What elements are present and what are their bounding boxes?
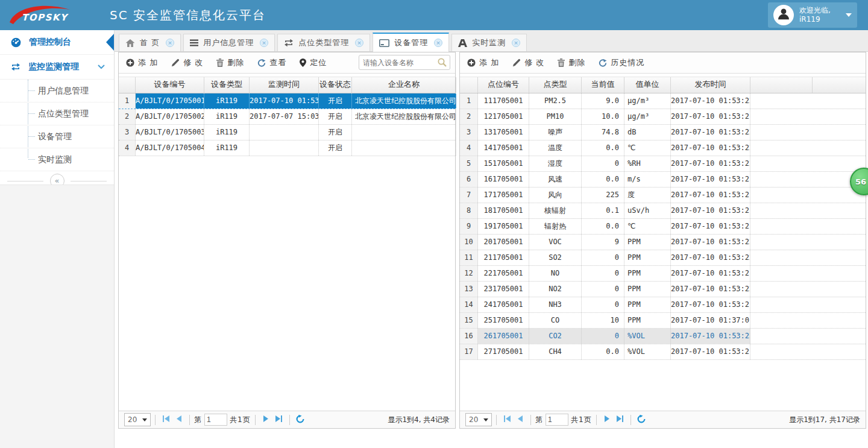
search-input[interactable]	[359, 58, 438, 67]
pager-next-button[interactable]	[260, 413, 272, 426]
column-header[interactable]: 发布时间	[671, 77, 750, 93]
sidebar-item-monitor-mgmt[interactable]: 监控监测管理	[0, 55, 114, 80]
delete-button[interactable]: 删除	[216, 57, 244, 68]
caret-down-icon	[483, 418, 488, 421]
tab-device-mgmt[interactable]: 设备管理×	[373, 33, 449, 52]
column-header[interactable]: 设备类型	[204, 77, 250, 93]
table-row[interactable]: 10201705001VOC9PPM2017-07-10 01:53:22	[460, 235, 866, 250]
row-number: 16	[460, 329, 478, 344]
device-status: 开启	[319, 109, 352, 124]
pager-separator	[255, 415, 256, 425]
pager-last-button[interactable]	[614, 413, 626, 426]
add-icon	[467, 58, 476, 67]
row-number: 5	[460, 156, 478, 171]
company-name: 北京凌天世纪控股股份有限公司	[352, 109, 456, 124]
close-icon[interactable]: ×	[512, 39, 520, 47]
search-icon[interactable]	[438, 58, 447, 67]
point-id: 191705001	[478, 219, 529, 234]
pager-refresh-button[interactable]	[635, 413, 648, 426]
history-button[interactable]: 历史情况	[599, 57, 644, 68]
sidebar-item-point-type[interactable]: 点位类型管理	[0, 103, 114, 125]
column-header[interactable]: 点类型	[529, 77, 582, 93]
table-row[interactable]: 16261705001CO20%VOL2017-07-10 01:53:22	[460, 329, 866, 344]
device-table: 设备编号设备类型监测时间设备状态企业名称1A/BJLT/0/1705001iR1…	[119, 77, 455, 156]
page-size-select[interactable]: 20	[124, 413, 151, 426]
sidebar-item-realtime[interactable]: 实时监测	[0, 148, 114, 171]
sidebar-item-user-info[interactable]: 用户信息管理	[0, 80, 114, 103]
edit-button[interactable]: 修 改	[512, 57, 544, 68]
sidebar-item-device-mgmt[interactable]: 设备管理	[0, 125, 114, 148]
company-name	[352, 140, 456, 156]
tab-realtime[interactable]: 实时监测×	[451, 34, 527, 51]
current-value: 9.0	[582, 93, 624, 109]
pager-separator	[155, 415, 156, 425]
publish-time: 2017-07-10 01:53:21	[671, 297, 750, 312]
column-header[interactable]: 值单位	[624, 77, 671, 93]
current-value: 0	[582, 156, 624, 171]
pager-prev-button[interactable]	[514, 413, 526, 426]
close-icon[interactable]: ×	[355, 39, 363, 47]
table-row[interactable]: 6161705001风速0.0m/s2017-07-10 01:53:21	[460, 172, 866, 188]
pager-next-button[interactable]	[601, 413, 614, 426]
point-id: 261705001	[478, 329, 529, 344]
table-row[interactable]: 3131705001噪声74.8dB2017-07-10 01:53:22	[460, 125, 866, 140]
page-number-input[interactable]	[204, 414, 227, 426]
pager-last-button[interactable]	[272, 413, 285, 426]
sidebar-item-console[interactable]: 管理控制台	[0, 30, 114, 55]
table-row[interactable]: 12221705001NO0PPM2017-07-10 01:53:21	[460, 266, 866, 282]
table-row[interactable]: 8181705001核辐射0.1uSv/h2017-07-10 01:53:21	[460, 203, 866, 219]
table-row[interactable]: 14241705001NH30PPM2017-07-10 01:53:21	[460, 297, 866, 313]
device-id: A/BJLT/0/1705003	[136, 125, 204, 140]
table-row[interactable]: 17271705001CH40.0%VOL2017-07-10 01:53:21	[460, 344, 866, 360]
column-header[interactable]: 当前值	[582, 77, 624, 93]
add-button[interactable]: 添 加	[467, 57, 499, 68]
table-row[interactable]: 1111705001PM2.59.0μg/m³2017-07-10 01:53:…	[460, 93, 866, 109]
value-unit: %VOL	[624, 329, 671, 344]
view-button[interactable]: 查看	[257, 57, 286, 68]
table-row[interactable]: 9191705001辐射热0.0℃2017-07-10 01:53:21	[460, 219, 866, 235]
column-header[interactable]: 监测时间	[250, 77, 319, 93]
edit-button[interactable]: 修 改	[171, 57, 203, 68]
user-menu[interactable]: 欢迎光临, iR119	[768, 2, 857, 28]
table-row[interactable]: 15251705001CO10PPM2017-07-10 01:37:01	[460, 313, 866, 329]
table-row[interactable]: 7171705001风向225度2017-07-10 01:53:21	[460, 188, 866, 203]
pager-separator	[530, 415, 531, 425]
column-header[interactable]: 企业名称	[352, 77, 456, 93]
table-row[interactable]: 11211705001SO20PPM2017-07-10 01:53:22	[460, 250, 866, 266]
table-row[interactable]: 4A/BJLT/0/1705004iR119开启	[119, 140, 455, 156]
column-header[interactable]: 设备状态	[319, 77, 352, 93]
column-header[interactable]: 设备编号	[136, 77, 204, 93]
delete-button[interactable]: 删除	[558, 57, 585, 68]
table-row[interactable]: 2A/BJLT/0/1705002iR1192017-07-07 15:03:0…	[119, 109, 455, 125]
tab-home[interactable]: 首 页×	[119, 34, 181, 51]
pager-first-button[interactable]	[160, 413, 172, 426]
delete-icon	[216, 58, 224, 67]
table-row[interactable]: 13231705001NO20PPM2017-07-10 01:53:22	[460, 282, 866, 297]
close-icon[interactable]: ×	[260, 39, 268, 47]
chevron-down-icon	[98, 65, 105, 69]
close-icon[interactable]: ×	[166, 39, 174, 47]
tab-point-type[interactable]: 点位类型管理×	[277, 34, 370, 51]
column-header[interactable]: 点位编号	[478, 77, 529, 93]
table-row[interactable]: 4141705001温度0.0℃2017-07-10 01:53:22	[460, 140, 866, 156]
device-search	[359, 55, 450, 70]
close-icon[interactable]: ×	[434, 39, 442, 47]
pager-first-button[interactable]	[501, 413, 514, 426]
tab-user-info[interactable]: 用户信息管理×	[183, 34, 275, 51]
table-row[interactable]: 3A/BJLT/0/1705003iR119开启	[119, 125, 455, 140]
table-row[interactable]: 5151705001湿度0%RH2017-07-10 01:53:22	[460, 156, 866, 172]
caret-down-icon[interactable]	[846, 13, 852, 17]
current-value: 0.0	[582, 219, 624, 234]
pager-separator	[289, 415, 290, 425]
page-number-input[interactable]	[546, 414, 568, 426]
add-button[interactable]: 添 加	[126, 57, 158, 68]
pager-refresh-button[interactable]	[294, 413, 307, 426]
page-size-select[interactable]: 20	[465, 413, 492, 426]
table-row[interactable]: 2121705001PM1010.0μg/m³2017-07-10 01:53:…	[460, 109, 866, 125]
row-number: 3	[119, 125, 136, 140]
pager-prev-button[interactable]	[172, 413, 185, 426]
active-pennant-icon	[106, 34, 114, 51]
locate-button[interactable]: 定位	[300, 57, 327, 68]
table-row[interactable]: 1A/BJLT/0/1705001iR1192017-07-10 01:53:2…	[119, 93, 455, 109]
refresh-icon	[599, 59, 607, 67]
